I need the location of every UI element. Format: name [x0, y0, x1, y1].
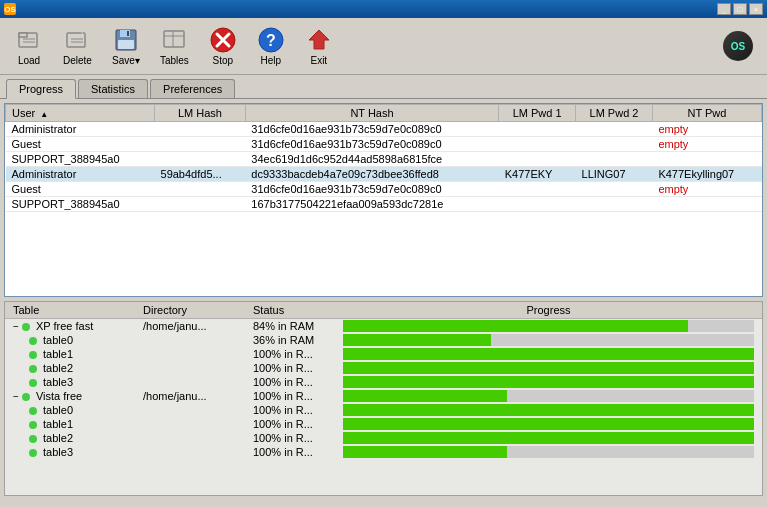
tab-preferences[interactable]: Preferences	[150, 79, 235, 98]
table-row[interactable]: SUPPORT_388945a0 34ec619d1d6c952d44ad589…	[6, 152, 762, 167]
window-controls[interactable]: _ □ ×	[717, 3, 763, 15]
col-user[interactable]: User ▲	[6, 105, 155, 122]
svg-rect-1	[19, 33, 27, 37]
group-label: − XP free fast	[5, 319, 135, 334]
cell-lm-hash	[155, 137, 246, 152]
status-dot	[29, 351, 37, 359]
group-progress-cell	[335, 389, 762, 403]
exit-label: Exit	[310, 55, 327, 66]
title-bar: OS _ □ ×	[0, 0, 767, 18]
group-name: Vista free	[36, 390, 82, 402]
empty-label: empty	[658, 138, 688, 150]
help-icon: ?	[257, 26, 285, 54]
svg-rect-11	[127, 31, 129, 36]
tab-progress[interactable]: Progress	[6, 79, 76, 99]
table-row[interactable]: Guest 31d6cfe0d16ae931b73c59d7e0c089c0 e…	[6, 137, 762, 152]
child-row: table1 100% in R...	[5, 347, 762, 361]
child-progress-cell	[335, 333, 762, 347]
cell-lm-pwd1	[499, 137, 576, 152]
exit-button[interactable]: Exit	[296, 22, 342, 70]
cell-user: Guest	[6, 182, 155, 197]
maximize-button[interactable]: □	[733, 3, 747, 15]
help-button[interactable]: ? Help	[248, 22, 294, 70]
about-icon: OS	[723, 31, 753, 61]
credentials-table-container: User ▲ LM Hash NT Hash LM Pwd 1 LM Pwd 2…	[4, 103, 763, 297]
progress-bar-bg	[343, 334, 754, 346]
tab-statistics[interactable]: Statistics	[78, 79, 148, 98]
cell-lm-pwd1	[499, 122, 576, 137]
nt-pwd-value: K477Ekylling07	[658, 168, 734, 180]
child-directory	[135, 431, 245, 445]
load-icon	[15, 26, 43, 54]
cell-lm-hash	[155, 182, 246, 197]
stop-button[interactable]: Stop	[200, 22, 246, 70]
collapse-button[interactable]: −	[13, 321, 19, 332]
group-directory: /home/janu...	[135, 319, 245, 334]
table-row[interactable]: Administrator 59ab4dfd5... dc9333bacdeb4…	[6, 167, 762, 182]
delete-icon	[63, 26, 91, 54]
group-name: XP free fast	[36, 320, 93, 332]
cell-user: Administrator	[6, 167, 155, 182]
progress-bar-fill	[343, 320, 688, 332]
delete-button[interactable]: Delete	[54, 22, 101, 70]
progress-bar-bg	[343, 446, 754, 458]
minimize-button[interactable]: _	[717, 3, 731, 15]
tables-button[interactable]: Tables	[151, 22, 198, 70]
credentials-table: User ▲ LM Hash NT Hash LM Pwd 1 LM Pwd 2…	[5, 104, 762, 212]
toolbar: Load Delete Save▾	[0, 18, 767, 75]
child-directory	[135, 445, 245, 459]
child-row: table3 100% in R...	[5, 375, 762, 389]
cell-nt-hash: 31d6cfe0d16ae931b73c59d7e0c089c0	[245, 122, 498, 137]
col-lm-hash[interactable]: LM Hash	[155, 105, 246, 122]
child-status: 100% in R...	[245, 347, 335, 361]
save-button[interactable]: Save▾	[103, 22, 149, 70]
progress-bar-fill	[343, 362, 754, 374]
progress-bar-fill	[343, 376, 754, 388]
help-label: Help	[261, 55, 282, 66]
status-dot	[29, 435, 37, 443]
cell-nt-hash: 31d6cfe0d16ae931b73c59d7e0c089c0	[245, 182, 498, 197]
cell-nt-pwd	[652, 197, 761, 212]
child-directory	[135, 403, 245, 417]
status-dot	[29, 407, 37, 415]
cell-nt-hash: 34ec619d1d6c952d44ad5898a6815fce	[245, 152, 498, 167]
close-button[interactable]: ×	[749, 3, 763, 15]
collapse-button[interactable]: −	[13, 391, 19, 402]
child-status: 100% in R...	[245, 431, 335, 445]
cell-nt-pwd	[652, 152, 761, 167]
col-directory: Directory	[135, 302, 245, 319]
child-status: 100% in R...	[245, 417, 335, 431]
table-row[interactable]: SUPPORT_388945a0 167b3177504221efaa009a5…	[6, 197, 762, 212]
cell-nt-pwd: empty	[652, 182, 761, 197]
progress-bar-bg	[343, 348, 754, 360]
child-row: table0 36% in RAM	[5, 333, 762, 347]
progress-bar-fill	[343, 432, 754, 444]
child-status: 100% in R...	[245, 375, 335, 389]
progress-bar-bg	[343, 404, 754, 416]
table-row[interactable]: Guest 31d6cfe0d16ae931b73c59d7e0c089c0 e…	[6, 182, 762, 197]
tables-label: Tables	[160, 55, 189, 66]
progress-bar-bg	[343, 432, 754, 444]
progress-bar-bg	[343, 362, 754, 374]
col-status: Status	[245, 302, 335, 319]
col-nt-hash[interactable]: NT Hash	[245, 105, 498, 122]
cell-lm-hash	[155, 122, 246, 137]
status-dot	[29, 421, 37, 429]
col-lm-pwd2[interactable]: LM Pwd 2	[576, 105, 653, 122]
cell-user: SUPPORT_388945a0	[6, 197, 155, 212]
progress-bar-fill	[343, 348, 754, 360]
col-lm-pwd1[interactable]: LM Pwd 1	[499, 105, 576, 122]
child-progress-cell	[335, 375, 762, 389]
cell-lm-hash	[155, 197, 246, 212]
cell-lm-hash: 59ab4dfd5...	[155, 167, 246, 182]
child-name: table0	[43, 404, 73, 416]
load-button[interactable]: Load	[6, 22, 52, 70]
tables-progress-table: Table Directory Status Progress − XP fre…	[5, 302, 762, 459]
col-nt-pwd[interactable]: NT Pwd	[652, 105, 761, 122]
progress-bar-bg	[343, 390, 754, 402]
cell-lm-pwd1: K477EKY	[499, 167, 576, 182]
table-row[interactable]: Administrator 31d6cfe0d16ae931b73c59d7e0…	[6, 122, 762, 137]
about-button[interactable]: OS	[715, 28, 761, 64]
progress-bar-fill	[343, 418, 754, 430]
child-progress-cell	[335, 403, 762, 417]
